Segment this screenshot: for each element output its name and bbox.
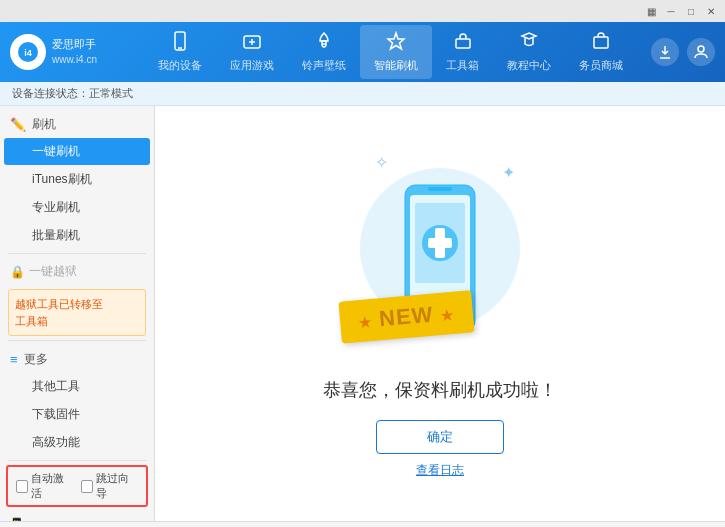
tutorial-icon <box>519 31 539 56</box>
maximize-icon[interactable]: □ <box>683 3 699 19</box>
sparkle-icon-1: ✦ <box>502 163 515 182</box>
auto-activate-checkbox[interactable] <box>16 480 28 493</box>
new-ribbon: ★ NEW ★ <box>338 290 474 343</box>
my-device-icon <box>170 31 190 56</box>
svg-rect-8 <box>456 39 470 48</box>
ringtone-icon <box>314 31 334 56</box>
sidebar-section-brush: ✏️ 刷机 <box>0 110 154 137</box>
nav-toolbox[interactable]: 工具箱 <box>432 25 493 79</box>
nav-service[interactable]: 务员商城 <box>565 25 637 79</box>
svg-rect-7 <box>322 41 326 44</box>
logo-text: 爱思即手 www.i4.cn <box>52 37 97 66</box>
breadcrumb-label: 设备连接状态：正常模式 <box>12 86 133 101</box>
sidebar-item-one-click-brush[interactable]: 一键刷机 <box>4 138 150 165</box>
sidebar-divider-2 <box>8 340 146 341</box>
sidebar-divider-3 <box>8 460 146 461</box>
success-message: 恭喜您，保资料刷机成功啦！ <box>323 378 557 402</box>
toolbox-icon <box>453 31 473 56</box>
header: i4 爱思即手 www.i4.cn 我的设备 应用游戏 铃声壁纸 <box>0 22 725 82</box>
svg-rect-14 <box>428 187 452 191</box>
logo-area: i4 爱思即手 www.i4.cn <box>10 34 130 70</box>
content-area: ✦ ✧ ★ NEW ★ <box>155 106 725 521</box>
svg-rect-9 <box>594 37 608 48</box>
minimize-icon[interactable]: ─ <box>663 3 679 19</box>
nav-tabs: 我的设备 应用游戏 铃声壁纸 智能刷机 工具箱 <box>130 25 651 79</box>
nav-smart-brush[interactable]: 智能刷机 <box>360 25 432 79</box>
skip-wizard-checkbox[interactable] <box>81 480 93 493</box>
sidebar-section-jailbreak-disabled: 🔒 一键越狱 <box>0 258 154 285</box>
smart-brush-icon <box>386 31 406 56</box>
main-layout: ✏️ 刷机 一键刷机 iTunes刷机 专业刷机 批量刷机 🔒 一键越狱 越狱工… <box>0 106 725 521</box>
sidebar-section-more: ≡ 更多 <box>0 345 154 372</box>
device-phone-icon: 📱 <box>8 517 25 521</box>
sidebar-item-other-tools[interactable]: 其他工具 <box>4 373 150 400</box>
svg-text:i4: i4 <box>24 48 32 58</box>
sidebar-item-itunes-brush[interactable]: iTunes刷机 <box>4 166 150 193</box>
sidebar-item-download-firmware[interactable]: 下载固件 <box>4 401 150 428</box>
skip-wizard-label[interactable]: 跳过向导 <box>81 471 138 501</box>
app-games-icon <box>242 31 262 56</box>
sidebar-item-advanced[interactable]: 高级功能 <box>4 429 150 456</box>
auto-activate-row: 自动激活 跳过向导 <box>6 465 148 507</box>
nav-my-device[interactable]: 我的设备 <box>144 25 216 79</box>
breadcrumb-bar: 设备连接状态：正常模式 <box>0 82 725 106</box>
lock-icon: 🔒 <box>10 265 25 279</box>
star-left: ★ <box>358 314 373 331</box>
nav-tutorial[interactable]: 教程中心 <box>493 25 565 79</box>
window-titlebar: ▦ ─ □ ✕ <box>0 0 725 22</box>
phone-illustration: ✦ ✧ ★ NEW ★ <box>350 148 530 368</box>
brush-section-icon: ✏️ <box>10 117 26 132</box>
nav-ringtone[interactable]: 铃声壁纸 <box>288 25 360 79</box>
status-bar: 阻止iTunes运行 V7.98.66 客服 微信公众号 检查更新 <box>0 521 725 527</box>
view-log-link[interactable]: 查看日志 <box>416 462 464 479</box>
svg-rect-19 <box>428 238 452 248</box>
confirm-button[interactable]: 确定 <box>376 420 504 454</box>
sidebar-item-batch-brush[interactable]: 批量刷机 <box>4 222 150 249</box>
wifi-icon: ▦ <box>643 3 659 19</box>
more-section-icon: ≡ <box>10 352 18 367</box>
nav-app-games[interactable]: 应用游戏 <box>216 25 288 79</box>
sidebar-item-pro-brush[interactable]: 专业刷机 <box>4 194 150 221</box>
sidebar-notice-jailbreak: 越狱工具已转移至 工具箱 <box>8 289 146 336</box>
star-right: ★ <box>440 307 455 324</box>
user-button[interactable] <box>687 38 715 66</box>
close-icon[interactable]: ✕ <box>703 3 719 19</box>
auto-activate-label[interactable]: 自动激活 <box>16 471 73 501</box>
sidebar: ✏️ 刷机 一键刷机 iTunes刷机 专业刷机 批量刷机 🔒 一键越狱 越狱工… <box>0 106 155 521</box>
svg-point-11 <box>698 46 704 52</box>
device-item: 📱 iPhone 15 Pro Max 512GB iPhone <box>0 511 154 521</box>
download-button[interactable] <box>651 38 679 66</box>
logo-icon: i4 <box>10 34 46 70</box>
header-actions <box>651 38 715 66</box>
device-name: 📱 iPhone 15 Pro Max <box>8 517 146 521</box>
new-badge: ★ NEW ★ <box>340 296 473 338</box>
sidebar-divider-1 <box>8 253 146 254</box>
service-icon <box>591 31 611 56</box>
sparkle-icon-2: ✧ <box>375 153 388 172</box>
